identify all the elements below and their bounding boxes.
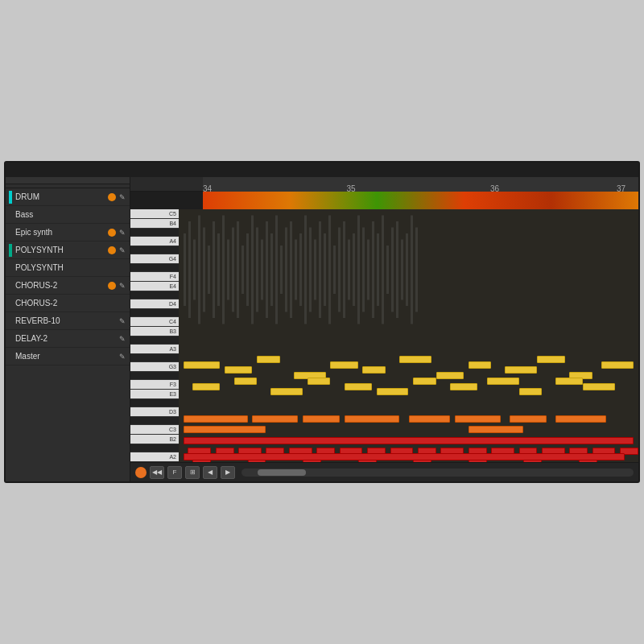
drum-gradient — [203, 192, 638, 209]
track-pencil-icon[interactable]: ✎ — [118, 317, 126, 325]
track-item[interactable]: POLYSYNTH✎ — [6, 242, 130, 259]
svg-rect-2 — [188, 221, 191, 318]
svg-rect-38 — [362, 228, 365, 312]
grid-area[interactable] — [179, 209, 638, 462]
scrollbar-thumb[interactable] — [258, 469, 306, 476]
track-item[interactable]: CHORUS-2 — [6, 295, 130, 312]
piano-key-c3[interactable]: C3 — [130, 425, 179, 435]
track-dot-icon[interactable] — [108, 282, 116, 290]
piano-key-fs3[interactable] — [130, 372, 179, 380]
piano-key-b3[interactable]: B3 — [130, 327, 179, 336]
piano-key-b4[interactable]: B4 — [130, 219, 179, 229]
track-icons: ✎ — [118, 317, 126, 325]
piano-key-a2[interactable]: A2 — [130, 452, 179, 462]
note-block — [505, 366, 537, 374]
note-block — [377, 388, 409, 395]
toolbar-btn-play[interactable]: ▶ — [221, 466, 235, 479]
piano-key-f4[interactable]: F4 — [130, 272, 179, 282]
track-item[interactable]: REVERB-10✎ — [6, 312, 130, 330]
note-block — [270, 388, 303, 395]
svg-rect-12 — [237, 221, 239, 318]
track-list: DRUM✎BassEpic synth✎POLYSYNTH✎POLYSYNTHC… — [6, 188, 130, 481]
track-pencil-icon[interactable]: ✎ — [118, 282, 126, 290]
piano-key-gs3[interactable] — [130, 354, 179, 362]
svg-rect-8 — [217, 233, 220, 306]
note-block — [469, 426, 524, 433]
svg-rect-34 — [343, 221, 345, 318]
svg-rect-9 — [222, 216, 225, 324]
instrument-header: 34353637 — [130, 177, 638, 192]
piano-key-e3[interactable]: E3 — [130, 390, 179, 399]
track-dot-icon[interactable] — [108, 229, 116, 237]
note-block — [345, 383, 372, 390]
track-item[interactable]: Bass — [6, 206, 130, 224]
svg-rect-28 — [314, 240, 316, 300]
svg-rect-21 — [280, 246, 283, 294]
svg-rect-31 — [328, 216, 331, 324]
toolbar-btn-grid[interactable]: ⊞ — [185, 466, 200, 479]
horizontal-scrollbar[interactable] — [242, 469, 634, 477]
piano-key-as4[interactable] — [130, 229, 179, 237]
piano-key-e4[interactable]: E4 — [130, 282, 179, 291]
piano-key-d4[interactable]: D4 — [130, 299, 179, 309]
track-name: Bass — [15, 210, 126, 219]
drum-strip — [130, 192, 638, 209]
track-icons: ✎ — [118, 353, 126, 361]
piano-key-as3[interactable] — [130, 336, 179, 345]
note-block — [537, 356, 564, 363]
track-name: POLYSYNTH — [15, 246, 108, 254]
svg-rect-27 — [309, 228, 312, 312]
track-item[interactable]: Master✎ — [6, 348, 130, 365]
status-indicator — [135, 467, 147, 478]
track-dot-icon[interactable] — [108, 246, 116, 254]
svg-rect-18 — [266, 221, 268, 318]
track-indicator — [9, 226, 12, 239]
track-item[interactable]: DRUM✎ — [6, 188, 130, 206]
piano-key-b2[interactable]: B2 — [130, 435, 179, 444]
piano-key-c5[interactable]: C5 — [130, 209, 179, 219]
note-block — [455, 415, 501, 423]
piano-key-a3[interactable]: A3 — [130, 345, 179, 354]
track-name: Master — [15, 352, 118, 361]
piano-key-ds4[interactable] — [130, 291, 179, 299]
svg-rect-45 — [396, 221, 398, 318]
piano-key-c4[interactable]: C4 — [130, 317, 179, 327]
svg-rect-17 — [261, 240, 263, 300]
track-item[interactable]: POLYSYNTH — [6, 259, 130, 277]
piano-key-as2[interactable] — [130, 444, 179, 452]
toolbar-btn-back[interactable]: ◀ — [203, 466, 217, 479]
main-area: DRUM✎BassEpic synth✎POLYSYNTH✎POLYSYNTHC… — [6, 177, 638, 481]
piano-key-ds3[interactable] — [130, 399, 179, 407]
piano-key-a4[interactable]: A4 — [130, 237, 179, 246]
track-pencil-icon[interactable]: ✎ — [118, 335, 126, 343]
piano-key-gs4[interactable] — [130, 246, 179, 254]
track-dot-icon[interactable] — [108, 193, 116, 201]
toolbar-btn-rewind[interactable]: ◀◀ — [150, 466, 164, 479]
svg-rect-22 — [285, 228, 287, 312]
piano-key-f3[interactable]: F3 — [130, 380, 179, 390]
piano-key-g3[interactable]: G3 — [130, 362, 179, 372]
track-pencil-icon[interactable]: ✎ — [118, 193, 126, 201]
piano-key-cs3[interactable] — [130, 417, 179, 425]
track-pencil-icon[interactable]: ✎ — [118, 229, 126, 237]
note-block — [192, 383, 220, 390]
track-pencil-icon[interactable]: ✎ — [118, 353, 126, 361]
toolbar-btn-f[interactable]: F — [167, 466, 182, 479]
piano-key-g4[interactable]: G4 — [130, 254, 179, 264]
note-block — [409, 415, 450, 423]
track-pencil-icon[interactable]: ✎ — [118, 246, 126, 254]
note-block — [601, 361, 634, 369]
piano-key-cs4[interactable] — [130, 309, 179, 317]
note-block — [555, 415, 606, 423]
note-block — [225, 366, 252, 374]
track-item[interactable]: CHORUS-2✎ — [6, 277, 130, 295]
piano-key-fs4[interactable] — [130, 264, 179, 272]
track-icons: ✎ — [118, 335, 126, 343]
svg-rect-25 — [299, 233, 302, 306]
note-block — [184, 361, 221, 369]
piano-key-d3[interactable]: D3 — [130, 407, 179, 417]
track-item[interactable]: DELAY-2✎ — [6, 330, 130, 348]
svg-rect-47 — [406, 233, 408, 306]
waveform-overlay — [179, 209, 420, 330]
track-item[interactable]: Epic synth✎ — [6, 224, 130, 242]
